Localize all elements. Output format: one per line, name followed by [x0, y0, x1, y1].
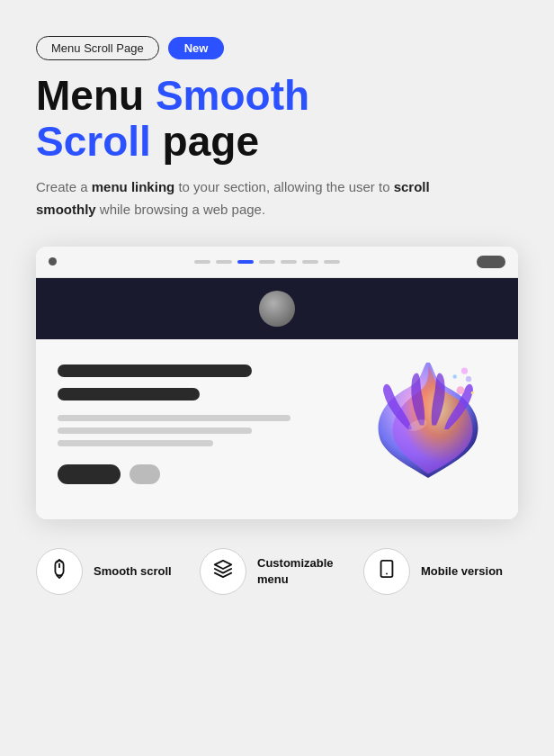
- hero-ball: [259, 291, 295, 327]
- preview-hero: [36, 278, 518, 339]
- nav-dot-5: [281, 260, 297, 264]
- nav-dot-3: [237, 260, 254, 264]
- nav-dot-4: [259, 260, 275, 264]
- browser-nav-dots: [64, 260, 469, 264]
- header-area: Menu Scroll Page New Menu Smooth Scroll …: [36, 36, 518, 221]
- title-scroll: Scroll: [36, 118, 151, 165]
- feature-label-2: Customizable menu: [257, 555, 354, 588]
- preview-btn-primary: [58, 464, 121, 484]
- svg-point-3: [471, 391, 475, 394]
- features-row: Smooth scroll Customizable menu Mobile: [36, 548, 518, 595]
- feature-menu: Customizable menu: [200, 548, 354, 595]
- preview-right: [338, 339, 518, 519]
- feature-icon-wrap-1: [36, 548, 83, 595]
- nav-dot-1: [194, 260, 210, 264]
- content-bar-medium: [58, 388, 200, 400]
- main-title: Menu Smooth Scroll page: [36, 73, 518, 164]
- svg-point-4: [461, 367, 468, 374]
- title-page: page: [151, 118, 259, 165]
- feature-smooth-scroll: Smooth scroll: [36, 548, 191, 595]
- browser-mockup: [36, 247, 518, 519]
- scroll-icon: [49, 559, 69, 583]
- content-line-3: [58, 440, 213, 446]
- title-smooth: Smooth: [156, 72, 309, 119]
- nav-dot-6: [302, 260, 318, 264]
- feature-icon-wrap-3: [363, 548, 410, 595]
- browser-dots: [49, 257, 57, 266]
- browser-topbar: [36, 247, 518, 278]
- content-buttons: [58, 464, 317, 484]
- svg-marker-8: [215, 561, 231, 569]
- content-line-1: [58, 415, 290, 421]
- layers-icon: [213, 559, 233, 583]
- feature-label-1: Smooth scroll: [94, 563, 172, 580]
- svg-rect-9: [381, 561, 393, 577]
- mobile-icon: [377, 559, 397, 583]
- preview-content: [36, 339, 518, 519]
- feature-mobile: Mobile version: [363, 548, 518, 595]
- svg-point-2: [452, 374, 457, 379]
- preview-left: [36, 339, 338, 519]
- description-text: Create a menu linking to your section, a…: [36, 176, 432, 221]
- desc-strong1: menu linking: [92, 179, 175, 194]
- dot-1: [49, 257, 57, 266]
- splash-svg: [352, 348, 505, 510]
- content-bar-wide: [58, 364, 252, 377]
- nav-dot-7: [324, 260, 340, 264]
- badge-outline: Menu Scroll Page: [36, 36, 159, 60]
- content-lines: [58, 415, 317, 446]
- browser-action-btn: [477, 256, 505, 268]
- nav-dot-2: [216, 260, 232, 264]
- preview-btn-secondary: [130, 464, 160, 484]
- website-preview: [36, 278, 518, 519]
- feature-icon-wrap-2: [200, 548, 246, 595]
- badge-new: New: [168, 37, 225, 59]
- feature-label-3: Mobile version: [421, 563, 503, 580]
- content-line-2: [58, 428, 252, 434]
- badges-row: Menu Scroll Page New: [36, 36, 518, 60]
- svg-point-0: [457, 386, 465, 394]
- title-part1: Menu: [36, 72, 156, 119]
- svg-point-1: [466, 376, 471, 382]
